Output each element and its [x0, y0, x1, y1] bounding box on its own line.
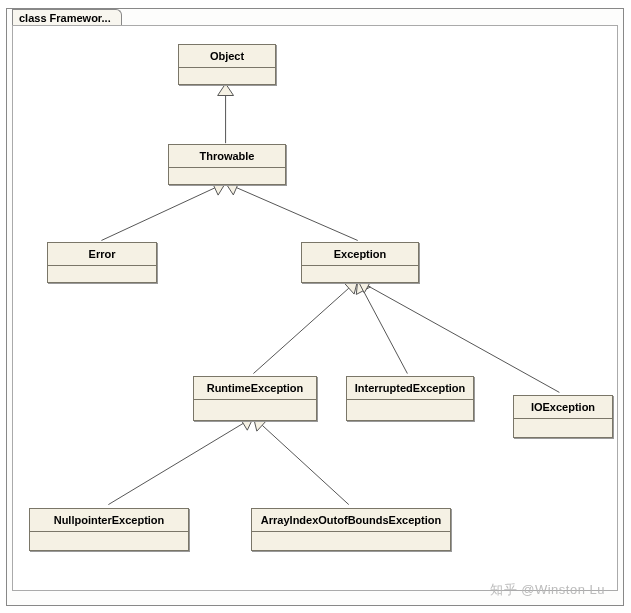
uml-class-name: IOException [514, 396, 612, 419]
diagram-frame: class Framewor... ObjectThrowableErrorEx… [6, 8, 624, 606]
uml-class-interrupted: InterruptedException [346, 376, 474, 421]
uml-class-name: ArrayIndexOutofBoundsException [252, 509, 450, 532]
diagram-tab: class Framewor... [12, 9, 122, 25]
uml-class-body [30, 532, 188, 550]
diagram-inner-frame: ObjectThrowableErrorExceptionRuntimeExce… [12, 25, 618, 591]
uml-class-body [194, 400, 316, 420]
svg-line-14 [262, 425, 349, 504]
uml-class-name: InterruptedException [347, 377, 473, 400]
uml-class-body [179, 68, 275, 84]
uml-class-name: Error [48, 243, 156, 266]
uml-class-aioob: ArrayIndexOutofBoundsException [251, 508, 451, 551]
svg-line-12 [108, 423, 243, 504]
uml-class-name: RuntimeException [194, 377, 316, 400]
svg-line-8 [363, 291, 407, 374]
uml-class-body [252, 532, 450, 550]
uml-class-object: Object [178, 44, 276, 85]
uml-class-runtime: RuntimeException [193, 376, 317, 421]
uml-class-name: NullpointerException [30, 509, 188, 532]
edge-layer [13, 26, 617, 590]
uml-class-throwable: Throwable [168, 144, 286, 185]
uml-class-npe: NullpointerException [29, 508, 189, 551]
watermark: 知乎 @Winston Lu [490, 581, 605, 599]
svg-marker-1 [218, 84, 234, 96]
uml-class-body [302, 266, 418, 282]
uml-class-error: Error [47, 242, 157, 283]
uml-class-body [514, 419, 612, 437]
svg-line-4 [237, 188, 358, 241]
uml-class-body [347, 400, 473, 420]
uml-class-name: Exception [302, 243, 418, 266]
svg-line-2 [101, 188, 214, 241]
uml-class-name: Object [179, 45, 275, 68]
diagram-canvas: ObjectThrowableErrorExceptionRuntimeExce… [13, 26, 617, 590]
uml-class-body [48, 266, 156, 282]
svg-line-6 [253, 288, 348, 373]
uml-class-io: IOException [513, 395, 613, 438]
uml-class-name: Throwable [169, 145, 285, 168]
uml-class-exception: Exception [301, 242, 419, 283]
uml-class-body [169, 168, 285, 184]
